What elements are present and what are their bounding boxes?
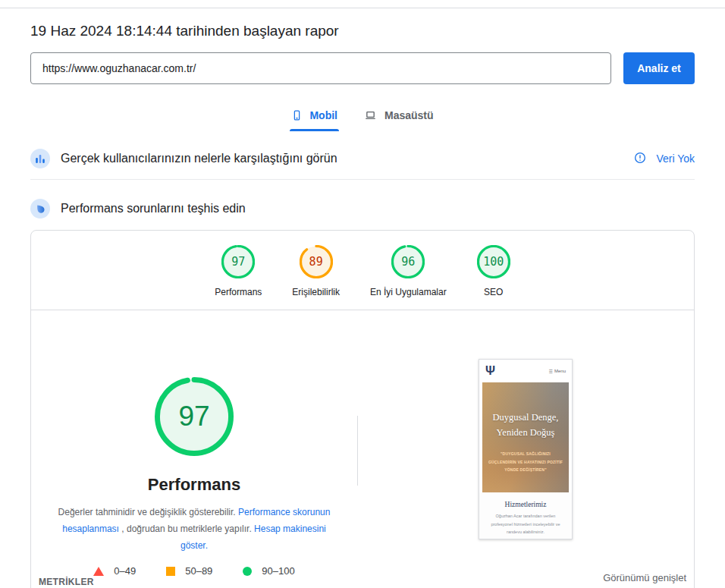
field-data-icon xyxy=(30,149,50,168)
laptop-icon xyxy=(363,109,378,121)
device-tabs: Mobil Masaüstü xyxy=(30,105,695,131)
legend-good-range: 90–100 xyxy=(262,565,294,577)
score-performance-value: 97 xyxy=(221,245,255,278)
hero-title-line1: Duygusal Denge, xyxy=(482,410,569,425)
field-data-section: Gerçek kullanıcılarınızın nelerle karşıl… xyxy=(30,149,695,168)
url-bar: Analiz et xyxy=(30,52,695,84)
legend-good: 90–100 xyxy=(243,565,294,577)
section-divider xyxy=(30,179,695,180)
score-seo-label: SEO xyxy=(484,287,503,297)
disclaimer-text: Değerler tahminidir ve değişiklik göster… xyxy=(31,504,357,554)
score-performance-label: Performans xyxy=(215,287,262,297)
legend-fail: 0–49 xyxy=(93,565,136,577)
site-menu: ☰ Menu xyxy=(549,369,566,374)
tab-desktop[interactable]: Masaüstü xyxy=(362,105,435,131)
hamburger-icon: ☰ xyxy=(549,369,553,374)
disclaimer-part2: , doğrudan bu metriklerle yapılır. xyxy=(119,524,254,534)
page-screenshot-thumbnail[interactable]: Ψ ☰ Menu Duygusal Denge, Yeniden Doğuş xyxy=(479,359,573,539)
circle-icon xyxy=(243,567,252,576)
no-data-link[interactable]: Veri Yok xyxy=(634,152,695,166)
hero-quote: "DUYGUSAL SAĞLIĞINIZI GÜÇLENDİRİN VE HAY… xyxy=(482,450,569,474)
score-seo[interactable]: 100 SEO xyxy=(477,245,510,297)
score-summary: 97 Performans 89 Erişilebilirlik xyxy=(31,231,694,297)
diagnose-icon xyxy=(30,199,50,219)
lab-data-title: Performans sorunlarını teşhis edin xyxy=(61,202,246,215)
legend-average: 50–89 xyxy=(166,565,212,577)
site-menu-label: Menu xyxy=(554,369,566,373)
hero-title-line2: Yeniden Doğuş xyxy=(482,425,569,440)
site-section-title: Hizmetlerimiz xyxy=(479,501,572,508)
url-input[interactable] xyxy=(30,52,611,84)
no-data-label: Veri Yok xyxy=(656,153,695,165)
lighthouse-report-card: 97 Performans 89 Erişilebilirlik xyxy=(30,230,695,588)
site-hero-image: Duygusal Denge, Yeniden Doğuş "DUYGUSAL … xyxy=(482,382,569,492)
score-legend: 0–49 50–89 90–100 xyxy=(93,565,294,577)
lab-data-section: Performans sorunlarını teşhis edin xyxy=(30,199,695,219)
score-best-practices-label: En İyi Uygulamalar xyxy=(370,287,447,297)
score-performance[interactable]: 97 Performans xyxy=(215,245,262,297)
score-best-practices[interactable]: 96 En İyi Uygulamalar xyxy=(370,245,447,297)
performance-gauge: 97 xyxy=(155,377,234,456)
metrics-header: METRİKLER xyxy=(39,577,350,588)
score-best-practices-value: 96 xyxy=(391,245,425,278)
disclaimer-part1: Değerler tahminidir ve değişiklik göster… xyxy=(58,507,238,517)
performance-gauge-value: 97 xyxy=(155,377,234,456)
top-divider xyxy=(0,8,725,8)
tab-mobile-label: Mobil xyxy=(309,109,337,121)
tab-desktop-label: Masaüstü xyxy=(384,109,434,121)
pagespeed-report-page: 19 Haz 2024 18:14:44 tarihinden başlayan… xyxy=(0,0,725,588)
column-divider xyxy=(357,416,358,486)
phone-icon xyxy=(291,109,303,121)
field-data-title: Gerçek kullanıcılarınızın nelerle karşıl… xyxy=(61,152,337,165)
legend-fail-range: 0–49 xyxy=(114,565,136,577)
square-icon xyxy=(166,567,175,576)
score-accessibility[interactable]: 89 Erişilebilirlik xyxy=(292,245,340,297)
score-accessibility-value: 89 xyxy=(300,245,333,278)
legend-average-range: 50–89 xyxy=(185,565,212,577)
report-title: 19 Haz 2024 18:14:44 tarihinden başlayan… xyxy=(30,23,695,39)
triangle-icon xyxy=(93,567,104,576)
info-icon xyxy=(634,152,646,166)
site-section-text: Oğuzhan Acar tarafından verilen profesyo… xyxy=(479,512,572,536)
analyze-button[interactable]: Analiz et xyxy=(623,52,695,84)
screenshot-column: Ψ ☰ Menu Duygusal Denge, Yeniden Doğuş xyxy=(357,310,694,588)
score-seo-value: 100 xyxy=(477,245,510,278)
score-accessibility-label: Erişilebilirlik xyxy=(292,287,340,297)
performance-gauge-column: 97 Performans Değerler tahminidir ve değ… xyxy=(31,310,357,588)
expand-view-button[interactable]: Görünümü genişlet xyxy=(365,572,686,588)
tab-mobile[interactable]: Mobil xyxy=(290,105,339,131)
performance-gauge-label: Performans xyxy=(148,475,240,495)
site-logo: Ψ xyxy=(485,364,495,378)
